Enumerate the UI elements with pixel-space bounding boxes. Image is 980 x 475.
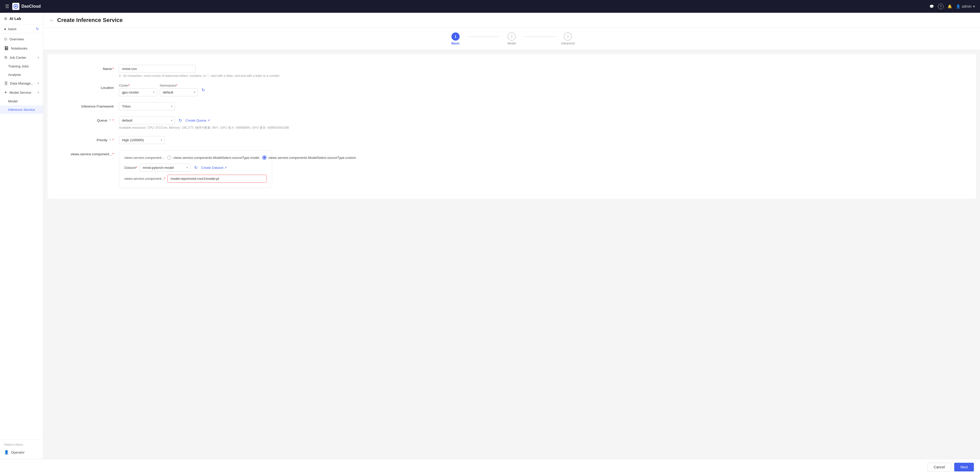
sidebar-item-label-overview: Overview xyxy=(10,37,39,41)
name-input[interactable] xyxy=(119,65,196,73)
namespace-select[interactable]: default xyxy=(160,88,198,96)
source-type-field: views.service.component... views.service… xyxy=(119,150,966,188)
sidebar-workspace[interactable]: ● baize ↻ xyxy=(0,24,43,33)
cluster-label: Cluster* xyxy=(119,84,157,87)
inference-framework-select[interactable]: Triton xyxy=(119,102,175,110)
sidebar-item-label-inference-service: Inference Service xyxy=(8,108,39,112)
sidebar-item-operator[interactable]: 👤 Operator xyxy=(0,448,43,457)
ai-lab-icon: ⚙ xyxy=(4,17,7,21)
steps-bar: 1 Basic 2 Model 3 Advanced xyxy=(43,28,980,50)
page-header: ← Create Inference Service xyxy=(43,13,980,28)
sidebar-item-label-job-center: Job Center xyxy=(10,56,35,59)
next-button[interactable]: Next xyxy=(954,463,974,472)
source-type-label: views.service.component...* xyxy=(58,150,114,156)
page-title: Create Inference Service xyxy=(57,17,123,24)
sidebar-header: ⚙ AI Lab xyxy=(0,13,43,24)
form-row-source-type: views.service.component...* views.servic… xyxy=(48,147,976,191)
namespace-label: Namespace* xyxy=(160,84,198,87)
help-icon[interactable]: ? xyxy=(938,3,943,9)
priority-label: Priority ? * xyxy=(58,136,114,142)
sidebar-item-label-model-service: Model Service xyxy=(10,91,35,94)
dataset-select[interactable]: mnist-pytorch-model xyxy=(140,164,191,172)
model-service-icon: ✦ xyxy=(4,90,7,95)
name-hint: 2 - 63 characters, must consist of lower… xyxy=(119,74,966,78)
sidebar-item-data-manage[interactable]: 🗄 Data Manage... ▾ xyxy=(0,79,43,88)
form-row-priority: Priority ? * High (100000) ▾ xyxy=(48,133,976,147)
source-option-model[interactable]: views.service.components.ModelSelect.sou… xyxy=(167,156,259,159)
queue-field: default ▾ ↻ Create Queue ↗ Available res… xyxy=(119,116,966,130)
radio-model xyxy=(167,156,171,159)
sidebar-item-analysis[interactable]: Analysis xyxy=(0,70,43,79)
create-queue-button[interactable]: Create Queue ↗ xyxy=(186,118,210,122)
name-field: 2 - 63 characters, must consist of lower… xyxy=(119,65,966,78)
path-row: views.service.component...* xyxy=(124,175,267,183)
sidebar-item-overview[interactable]: ⊙ Overview xyxy=(0,35,43,44)
create-dataset-button[interactable]: Create Dataset ↗ xyxy=(201,166,227,170)
location-refresh-button[interactable]: ↻ xyxy=(200,86,206,94)
step-circle-basic: 1 xyxy=(452,32,460,41)
namespace-group: Namespace* default ▾ xyxy=(160,84,198,96)
inference-framework-label: Inference Framework xyxy=(58,102,114,108)
step-line-2 xyxy=(525,37,555,37)
operator-icon: 👤 xyxy=(4,450,9,454)
top-navigation: ☰ DaoCloud 💬 ? 🔔 👤 admin ▾ xyxy=(0,0,980,13)
namespace-select-wrapper: default ▾ xyxy=(160,88,198,96)
sidebar-item-model-service[interactable]: ✦ Model Service ▾ xyxy=(0,88,43,97)
inference-framework-field: Triton ▾ xyxy=(119,102,966,110)
svg-point-1 xyxy=(15,6,17,7)
step-advanced[interactable]: 3 Advanced xyxy=(555,32,581,45)
step-basic[interactable]: 1 Basic xyxy=(443,32,468,45)
logo-text: DaoCloud xyxy=(21,4,41,9)
source-option-model-label: views.service.components.ModelSelect.sou… xyxy=(173,156,259,159)
inference-framework-select-wrapper: Triton ▾ xyxy=(119,102,175,110)
user-icon: 👤 xyxy=(956,4,960,8)
cluster-select[interactable]: gpu-cluster xyxy=(119,88,157,96)
priority-select[interactable]: High (100000) xyxy=(119,136,165,144)
sidebar-item-training-jobs[interactable]: Training Jobs xyxy=(0,62,43,70)
sidebar-item-inference-service[interactable]: Inference Service xyxy=(0,105,43,114)
admin-menu[interactable]: 👤 admin ▾ xyxy=(956,4,975,8)
admin-label: admin xyxy=(962,4,972,8)
sidebar-item-job-center[interactable]: ⚙ Job Center ▾ xyxy=(0,53,43,62)
sidebar-item-label-training-jobs: Training Jobs xyxy=(8,64,39,68)
dataset-refresh-button[interactable]: ↻ xyxy=(193,164,199,171)
data-manage-icon: 🗄 xyxy=(4,81,8,86)
job-center-arrow: ▾ xyxy=(38,56,39,59)
bell-icon[interactable]: 🔔 xyxy=(948,4,952,8)
priority-field: High (100000) ▾ xyxy=(119,136,966,144)
path-label: views.service.component...* xyxy=(124,177,165,180)
message-icon[interactable]: 💬 xyxy=(929,4,934,8)
source-option-custom[interactable]: views.service.components.ModelSelect.sou… xyxy=(262,156,356,159)
cluster-group: Cluster* gpu-cluster ▾ xyxy=(119,84,157,96)
refresh-icon[interactable]: ↻ xyxy=(36,27,39,31)
source-panel: views.service.component... views.service… xyxy=(119,150,272,188)
queue-refresh-button[interactable]: ↻ xyxy=(178,117,183,124)
step-model[interactable]: 2 Model xyxy=(499,32,525,45)
location-label: Location xyxy=(58,84,114,90)
priority-info-icon[interactable]: ? xyxy=(109,139,111,142)
step-label-model: Model xyxy=(508,41,516,45)
dataset-row: Dataset* mnist-pytorch-model ▾ ↻ Create … xyxy=(124,164,267,172)
path-input[interactable] xyxy=(167,175,267,183)
sidebar: ⚙ AI Lab ● baize ↻ ⊙ Overview 📓 Notebook… xyxy=(0,13,43,459)
sidebar-item-label-notebooks: Notebooks xyxy=(11,46,39,50)
cancel-button[interactable]: Cancel xyxy=(928,463,951,472)
cluster-select-wrapper: gpu-cluster ▾ xyxy=(119,88,157,96)
back-button[interactable]: ← xyxy=(49,18,54,23)
dataset-select-wrapper: mnist-pytorch-model ▾ xyxy=(140,164,191,172)
steps-container: 1 Basic 2 Model 3 Advanced xyxy=(443,32,581,45)
sidebar-item-model[interactable]: Model xyxy=(0,97,43,105)
model-service-arrow: ▾ xyxy=(38,91,39,94)
overview-icon: ⊙ xyxy=(4,37,7,41)
hamburger-icon[interactable]: ☰ xyxy=(5,3,9,9)
data-manage-arrow: ▾ xyxy=(38,82,39,85)
name-label: Name* xyxy=(58,65,114,71)
queue-select[interactable]: default xyxy=(119,116,175,124)
platform-admin-label: Platform Admin xyxy=(0,442,43,448)
step-circle-model: 2 xyxy=(508,32,516,41)
radio-custom xyxy=(262,156,266,159)
source-header: views.service.component... views.service… xyxy=(124,156,267,159)
queue-info-icon[interactable]: ? xyxy=(109,119,111,122)
sidebar-item-notebooks[interactable]: 📓 Notebooks xyxy=(0,44,43,53)
dropdown-icon: ▾ xyxy=(973,4,975,8)
